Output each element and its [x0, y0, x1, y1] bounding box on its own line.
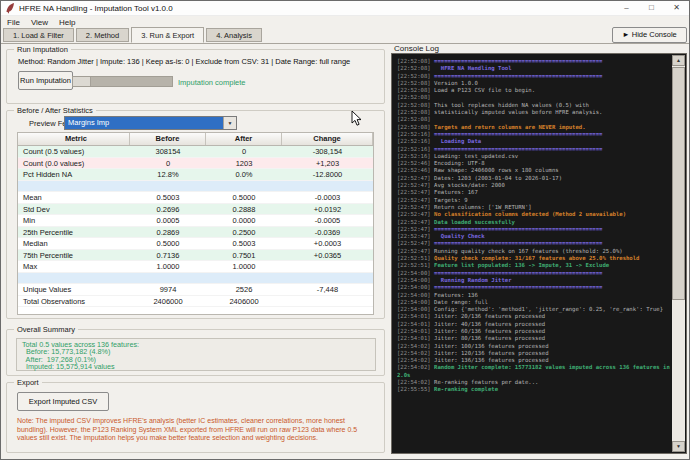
console-scrollbar[interactable]: ▲ ▼ — [672, 55, 685, 452]
tab[interactable]: 3. Run & Export — [131, 27, 204, 43]
table-row[interactable]: Min 0.0005 0.0000 -0.0005 — [18, 215, 373, 227]
console-line: [22:52:51] Quality check complete: 31/16… — [397, 255, 670, 262]
table-row[interactable] — [18, 181, 373, 193]
app-icon — [6, 3, 15, 14]
tab[interactable]: 1. Load & Filter — [3, 28, 74, 42]
table-row[interactable]: Std Dev 0.2696 0.2888 +0.0192 — [18, 204, 373, 216]
export-csv-button[interactable]: Export Imputed CSV — [17, 392, 109, 411]
console-line: [22:52:47] Quality Check — [397, 233, 670, 240]
maximize-button[interactable]: □ — [639, 1, 664, 16]
app-window: HFRE NA Handling - Imputation Tool v1.0.… — [0, 0, 690, 460]
console-line: [22:54:00] Running Random Jitter — [397, 277, 670, 284]
table-row[interactable]: Pct Hidden NA 12.8% 0.0% -12.8000 — [18, 169, 373, 181]
table-row[interactable]: Count (0.0 values) 0 1203 +1,203 — [18, 158, 373, 170]
console-line: [22:52:08] statistically imputed values … — [397, 109, 670, 116]
console-line: [22:52:47] No classification columns det… — [397, 211, 670, 218]
export-note: Note: The imputed CSV improves HFRE's an… — [17, 417, 376, 443]
close-button[interactable]: ✕ — [664, 1, 689, 16]
console-line: [22:52:08] Version 1.0.0 — [397, 80, 670, 87]
group-label: Run Imputation — [14, 45, 71, 54]
console-line: [22:52:08] =============================… — [397, 58, 670, 65]
console-log: [22:52:08] =============================… — [391, 53, 687, 454]
console-line: [22:52:08] This tool replaces hidden NA … — [397, 102, 670, 109]
column-header-metric[interactable]: Metric — [18, 133, 130, 145]
console-line: [22:52:46] Encoding: UTF-8 — [397, 160, 670, 167]
combobox-value[interactable]: Margins Imp — [65, 117, 223, 129]
console-line: [22:54:00] Features: 136 — [397, 292, 670, 299]
console-line: [22:52:46] Raw shape: 2406000 rows x 180… — [397, 167, 670, 174]
console-line: [22:52:47] Targets: 9 — [397, 197, 670, 204]
console-line: [22:52:16] =============================… — [397, 146, 670, 153]
console-line: [22:52:51] Feature list populated: 136 -… — [397, 262, 670, 269]
console-line: [22:54:00] =============================… — [397, 284, 670, 291]
run-imputation-group: Run Imputation Method: Random Jitter | I… — [6, 49, 385, 104]
imputation-progress-bar — [72, 76, 173, 87]
console-line: [22:54:02] Re-ranking features per date.… — [397, 379, 670, 386]
console-line: [22:52:47] Avg stocks/date: 2000 — [397, 182, 670, 189]
tab[interactable]: 4. Analysis — [206, 28, 262, 42]
menu-item[interactable]: View — [31, 18, 48, 27]
run-imputation-button[interactable]: Run Imputation — [18, 71, 73, 90]
console-line: [22:52:47] =============================… — [397, 226, 670, 233]
table-row[interactable]: Total Observations 2406000 2406000 — [18, 296, 373, 308]
minimize-button[interactable]: – — [614, 1, 639, 16]
window-title: HFRE NA Handling - Imputation Tool v1.0.… — [19, 4, 173, 13]
console-line: [22:52:16] Loading: test_updated.csv — [397, 153, 670, 160]
console-log-label: Console Log — [394, 44, 439, 53]
console-line: [22:54:02] Jitter: 100/136 features proc… — [397, 343, 670, 350]
console-line: [22:52:16] =============================… — [397, 131, 670, 138]
console-line: [22:52:47] Features: 167 — [397, 189, 670, 196]
table-row[interactable]: Mean 0.5003 0.5000 -0.0003 — [18, 192, 373, 204]
console-line: [22:54:01] Jitter: 40/136 features proce… — [397, 321, 670, 328]
overall-summary-group: Overall Summary Total 0.5 values across … — [6, 329, 385, 376]
summary-line: Imputed: 15,575,914 values — [22, 363, 370, 370]
console-line: [22:54:00] Config: {'method': 'method1',… — [397, 306, 670, 313]
column-header-before[interactable]: Before — [130, 133, 206, 145]
scrollbar-thumb[interactable] — [672, 67, 685, 300]
tabbar: 1. Load & Filter2. Method3. Run & Export… — [3, 28, 264, 44]
console-line: [22:52:08] =============================… — [397, 73, 670, 80]
table-row[interactable]: 25th Percentile 0.2869 0.2500 -0.0369 — [18, 227, 373, 239]
console-text: [22:52:08] =============================… — [397, 58, 670, 450]
table-body: Count (0.5 values) 308154 0 -308,154 Cou… — [18, 146, 373, 307]
console-line: [22:52:47] Running quality check on 167 … — [397, 248, 670, 255]
table-row[interactable]: Unique Values 9974 2526 -7,448 — [18, 284, 373, 296]
console-line: [22:52:47] Return columns: ['1W_RETURN'] — [397, 204, 670, 211]
statistics-group: Before / After Statistics Preview Featur… — [6, 110, 385, 319]
group-label: Export — [14, 378, 42, 387]
scroll-up-icon[interactable]: ▲ — [672, 55, 685, 66]
summary-box: Total 0.5 values across 136 features: Be… — [16, 338, 376, 371]
statistics-table: Metric Before After Change Count (0.5 va… — [17, 132, 374, 315]
hide-console-button[interactable]: ► Hide Console — [612, 27, 687, 43]
console-line: [22:52:08] Load a P123 CSV file to begin… — [397, 87, 670, 94]
column-header-after[interactable]: After — [206, 133, 282, 145]
export-group: Export Export Imputed CSV Note: The impu… — [6, 382, 385, 453]
console-line: [22:55:55] Re-ranking complete — [397, 386, 670, 393]
table-row[interactable]: Median 0.5000 0.5003 +0.0003 — [18, 238, 373, 250]
console-line: [22:54:02] Random Jitter complete: 15773… — [397, 364, 670, 379]
table-row[interactable]: 75th Percentile 0.7136 0.7501 +0.0365 — [18, 250, 373, 262]
menu-item[interactable]: Help — [59, 18, 75, 27]
table-header: Metric Before After Change — [18, 133, 373, 146]
console-line: [22:54:01] Jitter: 20/136 features proce… — [397, 313, 670, 320]
console-line: [22:54:00] Date range: full — [397, 299, 670, 306]
console-line: [22:52:47] Dates: 1203 (2003-01-04 to 20… — [397, 175, 670, 182]
menu-item[interactable]: File — [7, 18, 20, 27]
chevron-down-icon[interactable]: ▼ — [223, 117, 236, 129]
group-label: Overall Summary — [14, 325, 78, 334]
console-line: [22:54:02] Jitter: 136/136 features proc… — [397, 357, 670, 364]
window-controls: – □ ✕ — [614, 1, 689, 16]
titlebar: HFRE NA Handling - Imputation Tool v1.0.… — [1, 1, 689, 16]
table-row[interactable]: Max 1.0000 1.0000 — [18, 261, 373, 273]
column-header-change[interactable]: Change — [282, 133, 373, 145]
console-line: [22:54:02] Jitter: 120/136 features proc… — [397, 350, 670, 357]
table-row[interactable] — [18, 273, 373, 285]
group-label: Before / After Statistics — [14, 106, 96, 115]
preview-feature-combobox[interactable]: Margins Imp ▼ — [64, 116, 237, 130]
console-line: [22:52:47] Data loaded successfully — [397, 219, 670, 226]
menubar: FileViewHelp — [1, 16, 689, 28]
console-line: [22:54:01] Jitter: 80/136 features proce… — [397, 335, 670, 342]
tab[interactable]: 2. Method — [76, 28, 129, 42]
scroll-down-icon[interactable]: ▼ — [672, 441, 685, 452]
table-row[interactable]: Count (0.5 values) 308154 0 -308,154 — [18, 146, 373, 158]
